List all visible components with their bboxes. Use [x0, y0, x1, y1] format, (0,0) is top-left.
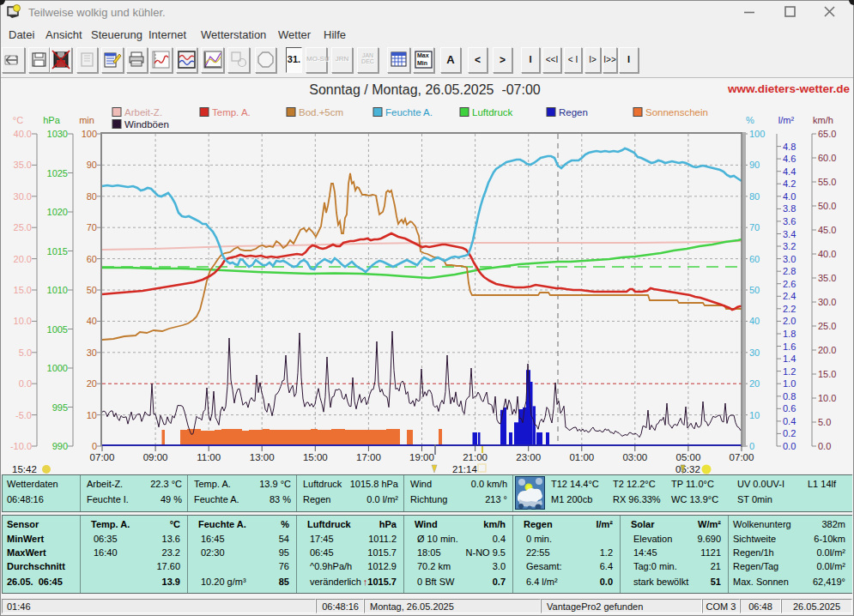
svg-text:25.0: 25.0 [14, 222, 32, 233]
svg-text:hPa: hPa [43, 115, 60, 125]
svg-text:1010: 1010 [47, 285, 68, 295]
svg-text:Sonnenschein: Sonnenschein [645, 107, 708, 118]
svg-text:30.0: 30.0 [818, 297, 836, 307]
svg-text:19:00: 19:00 [409, 452, 434, 462]
svg-text:55.0: 55.0 [818, 177, 836, 187]
svg-text:4.4: 4.4 [783, 166, 796, 177]
svg-text:2.4: 2.4 [783, 291, 796, 301]
svg-text:60.0: 60.0 [818, 153, 836, 163]
svg-text:995: 995 [52, 402, 68, 413]
svg-text:0.4: 0.4 [783, 416, 796, 426]
svg-text:-10.0: -10.0 [10, 441, 32, 451]
svg-text:03:00: 03:00 [622, 452, 647, 462]
svg-text:09:00: 09:00 [143, 452, 168, 462]
svg-text:70: 70 [749, 222, 760, 233]
svg-text:60: 60 [749, 254, 760, 264]
svg-text:100: 100 [749, 129, 765, 139]
svg-text:50.0: 50.0 [818, 201, 836, 211]
svg-text:3.6: 3.6 [783, 216, 796, 226]
svg-text:45.0: 45.0 [818, 225, 836, 235]
svg-text:90: 90 [87, 160, 97, 170]
svg-text:80: 80 [749, 191, 760, 202]
svg-text:3.4: 3.4 [783, 229, 796, 239]
svg-text:2.6: 2.6 [783, 279, 796, 289]
svg-text:Regen: Regen [559, 107, 588, 118]
svg-text:0.0: 0.0 [818, 441, 831, 451]
svg-text:80: 80 [87, 191, 97, 202]
svg-text:07:00: 07:00 [90, 452, 115, 462]
svg-text:Windböen: Windböen [124, 119, 169, 130]
svg-text:11:00: 11:00 [197, 452, 221, 462]
svg-text:21:14: 21:14 [452, 464, 477, 474]
svg-text:50: 50 [87, 285, 97, 295]
svg-text:65.0: 65.0 [818, 129, 836, 139]
svg-text:30: 30 [749, 347, 760, 358]
svg-text:05:32: 05:32 [675, 464, 700, 474]
svg-text:1.6: 1.6 [783, 341, 796, 352]
svg-text:0.0: 0.0 [19, 378, 32, 389]
svg-text:30.0: 30.0 [14, 191, 32, 202]
svg-text:20: 20 [749, 378, 760, 389]
svg-text:1.0: 1.0 [783, 378, 796, 389]
svg-text:1.4: 1.4 [783, 353, 796, 364]
svg-text:15:42: 15:42 [12, 464, 37, 474]
svg-text:60: 60 [87, 254, 97, 264]
svg-text:15.0: 15.0 [14, 285, 32, 295]
svg-text:Temp. A.: Temp. A. [212, 107, 251, 118]
svg-text:-5.0: -5.0 [15, 410, 32, 420]
svg-text:35.0: 35.0 [818, 273, 836, 283]
svg-text:5.0: 5.0 [818, 417, 831, 427]
svg-text:km/h: km/h [813, 115, 833, 125]
svg-text:20: 20 [87, 378, 97, 389]
svg-text:1.8: 1.8 [783, 329, 796, 339]
svg-text:0: 0 [749, 441, 754, 451]
svg-text:2.0: 2.0 [783, 316, 796, 326]
svg-text:07:00: 07:00 [730, 452, 754, 462]
svg-text:15:00: 15:00 [303, 452, 328, 462]
svg-text:30: 30 [87, 347, 97, 358]
svg-text:990: 990 [52, 441, 68, 451]
svg-text:Arbeit-Z.: Arbeit-Z. [124, 107, 162, 118]
svg-text:0.2: 0.2 [783, 428, 796, 438]
svg-text:21:00: 21:00 [463, 452, 488, 462]
svg-text:%: % [746, 115, 754, 125]
svg-text:1015: 1015 [47, 246, 68, 257]
svg-text:25.0: 25.0 [818, 321, 836, 331]
svg-text:3.8: 3.8 [783, 203, 796, 214]
svg-text:1005: 1005 [47, 324, 68, 335]
svg-text:4.0: 4.0 [783, 191, 796, 202]
svg-text:2.2: 2.2 [783, 304, 796, 314]
svg-text:0.6: 0.6 [783, 403, 796, 414]
svg-text:10.0: 10.0 [14, 316, 32, 326]
svg-text:www.dieters-wetter.de: www.dieters-wetter.de [727, 82, 851, 95]
svg-text:1025: 1025 [47, 168, 68, 178]
svg-text:05:00: 05:00 [676, 452, 701, 462]
svg-text:Bod.+5cm: Bod.+5cm [299, 107, 343, 118]
svg-text:Sonntag / Montag, 26.05.2025: Sonntag / Montag, 26.05.2025 -07:00 [309, 82, 541, 97]
svg-text:4.2: 4.2 [783, 178, 796, 189]
svg-text:4.8: 4.8 [783, 142, 796, 152]
svg-text:2.8: 2.8 [783, 266, 796, 276]
svg-text:50: 50 [749, 285, 760, 295]
svg-text:20.0: 20.0 [14, 254, 32, 264]
svg-text:1000: 1000 [47, 363, 68, 373]
svg-text:0.8: 0.8 [783, 391, 796, 402]
svg-text:40.0: 40.0 [14, 129, 32, 139]
svg-text:01:00: 01:00 [569, 452, 594, 462]
svg-text:1.2: 1.2 [783, 366, 796, 377]
svg-text:3.0: 3.0 [783, 254, 796, 264]
svg-text:Luftdruck: Luftdruck [472, 107, 513, 118]
svg-text:10.0: 10.0 [818, 393, 836, 403]
svg-text:5.0: 5.0 [19, 347, 32, 358]
svg-text:10: 10 [87, 410, 97, 420]
svg-text:35.0: 35.0 [14, 160, 32, 170]
svg-text:17:00: 17:00 [356, 452, 381, 462]
svg-text:100: 100 [82, 129, 97, 139]
svg-text:20.0: 20.0 [818, 345, 836, 355]
svg-text:40: 40 [749, 316, 760, 326]
svg-text:3.2: 3.2 [783, 241, 796, 251]
svg-text:1020: 1020 [47, 207, 68, 217]
svg-text:0.0: 0.0 [783, 441, 796, 451]
svg-text:15.0: 15.0 [818, 369, 836, 379]
svg-text:l/m²: l/m² [778, 115, 795, 125]
